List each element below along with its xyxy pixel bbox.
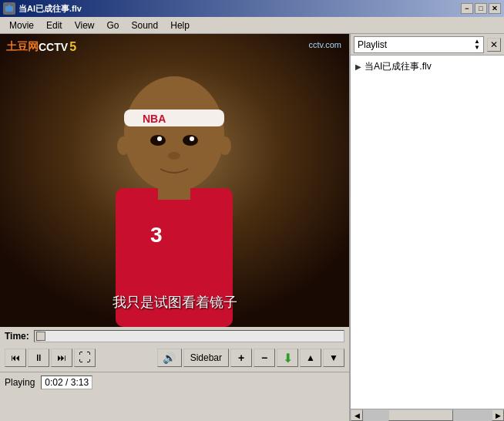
close-button[interactable]: ✕ [489, 3, 501, 14]
svg-point-12 [168, 152, 180, 160]
window-title: 当AI已成往事.flv [18, 3, 82, 15]
status-playing: Playing [5, 377, 35, 388]
add-button[interactable]: + [230, 349, 252, 367]
download-button[interactable]: ⬇ [277, 349, 298, 367]
subtitle: 我只是试图看着镜子 [0, 293, 349, 312]
horizontal-scrollbar[interactable]: ◀ ▶ [351, 409, 504, 421]
svg-point-3 [124, 76, 224, 192]
playlist-dropdown[interactable]: Playlist ▲ ▼ [354, 36, 484, 53]
minimize-button[interactable]: − [461, 3, 473, 14]
tudou-logo: 土豆网 [6, 40, 39, 54]
volume-button[interactable]: 🔊 [157, 349, 182, 367]
svg-marker-1 [8, 5, 11, 6]
move-up-button[interactable]: ▲ [300, 349, 321, 367]
menu-bar: Movie Edit View Go Sound Help [0, 17, 504, 34]
playlist-dropdown-label: Playlist [358, 39, 387, 50]
maximize-button[interactable]: □ [475, 3, 487, 14]
menu-help[interactable]: Help [164, 19, 196, 32]
scroll-right-button[interactable]: ▶ [492, 409, 504, 421]
svg-text:NBA: NBA [143, 113, 166, 125]
menu-sound[interactable]: Sound [126, 19, 165, 32]
time-label: Time: [5, 331, 29, 342]
playlist-item-title: 当AI已成往事.flv [365, 60, 432, 73]
playlist-item-arrow: ▶ [355, 62, 361, 71]
menu-go[interactable]: Go [101, 19, 126, 32]
svg-rect-4 [124, 109, 224, 126]
playlist-close-button[interactable]: ✕ [487, 38, 501, 52]
pause-button[interactable]: ⏸ [28, 349, 49, 367]
svg-rect-7 [158, 184, 190, 200]
svg-point-10 [157, 136, 162, 141]
sidebar-button[interactable]: Sidebar [183, 349, 229, 367]
playlist-item[interactable]: ▶ 当AI已成往事.flv [354, 59, 501, 75]
prev-button[interactable]: ⏮ [5, 349, 26, 367]
svg-text:3: 3 [150, 223, 163, 247]
svg-point-15 [219, 136, 231, 155]
remove-button[interactable]: − [254, 349, 275, 367]
seekbar[interactable] [34, 330, 344, 342]
fullscreen-button[interactable]: ⛶ [74, 349, 96, 367]
scroll-left-button[interactable]: ◀ [351, 409, 363, 421]
scroll-track[interactable] [363, 409, 492, 421]
menu-view[interactable]: View [69, 19, 101, 32]
seekbar-thumb[interactable] [36, 332, 45, 341]
status-time: 0:02 / 3:13 [41, 376, 92, 389]
scroll-thumb[interactable] [388, 409, 453, 421]
status-bar: Playing 0:02 / 3:13 [0, 372, 349, 392]
svg-point-11 [190, 136, 194, 141]
title-bar: 当AI已成往事.flv − □ ✕ [0, 0, 504, 17]
next-button[interactable]: ⏭ [51, 349, 72, 367]
video-area: NBA 3 [0, 34, 349, 327]
playlist-header: Playlist ▲ ▼ ✕ [351, 34, 504, 56]
playlist-content: ▶ 当AI已成往事.flv [351, 56, 504, 409]
svg-point-14 [117, 136, 129, 155]
svg-rect-0 [5, 6, 13, 12]
menu-movie[interactable]: Movie [3, 19, 40, 32]
app-icon [3, 2, 15, 15]
cctv-logo: CCTV 5 [39, 40, 76, 54]
cctvcom-logo: cctv.com [308, 40, 341, 49]
menu-edit[interactable]: Edit [40, 19, 69, 32]
move-down-button[interactable]: ▼ [323, 349, 344, 367]
